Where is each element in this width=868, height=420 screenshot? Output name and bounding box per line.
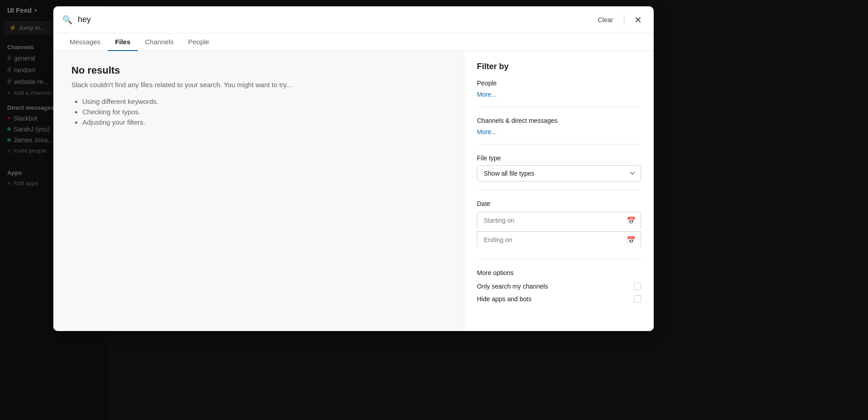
modal-overlay: 🔍 Clear ✕ Messages Files Channels People… <box>0 0 868 420</box>
tab-people[interactable]: People <box>181 33 217 51</box>
ending-on-input[interactable] <box>477 231 641 248</box>
search-header: 🔍 Clear ✕ <box>53 6 654 33</box>
starting-on-input[interactable] <box>477 212 641 229</box>
hide-bots-row: Hide apps and bots <box>477 295 641 303</box>
my-channels-label: Only search my channels <box>477 283 548 290</box>
search-tabs: Messages Files Channels People <box>53 33 654 51</box>
results-area: No results Slack couldn't find any files… <box>53 51 464 331</box>
my-channels-checkbox[interactable] <box>634 283 641 290</box>
no-results-subtitle: Slack couldn't find any files related to… <box>71 81 446 89</box>
date-filter-section: Date 📅 📅 <box>477 200 641 259</box>
file-type-filter-section: File type Show all file types Images Doc… <box>477 154 641 190</box>
more-options-label: More options <box>477 269 641 276</box>
people-more-link[interactable]: More... <box>477 91 497 98</box>
search-icon: 🔍 <box>62 15 72 25</box>
clear-button[interactable]: Clear <box>594 14 617 25</box>
channels-filter-section: Channels & direct messages More... <box>477 117 641 145</box>
ending-on-wrapper: 📅 <box>477 231 641 248</box>
filter-title: Filter by <box>477 62 641 71</box>
my-channels-row: Only search my channels <box>477 283 641 290</box>
suggestion-1: Using different keywords. <box>82 98 446 105</box>
filter-sidebar: Filter by People More... Channels & dire… <box>464 51 654 331</box>
suggestions-list: Using different keywords. Checking for t… <box>71 98 446 126</box>
suggestion-3: Adjusting your filters. <box>82 118 446 126</box>
file-type-select[interactable]: Show all file types Images Documents PDF… <box>477 165 641 182</box>
starting-on-wrapper: 📅 <box>477 212 641 229</box>
more-options-section: More options Only search my channels Hid… <box>477 269 641 316</box>
people-filter-label: People <box>477 79 641 87</box>
close-button[interactable]: ✕ <box>632 14 645 26</box>
people-filter-section: People More... <box>477 79 641 107</box>
header-divider <box>624 14 624 25</box>
channels-filter-label: Channels & direct messages <box>477 117 641 124</box>
hide-bots-label: Hide apps and bots <box>477 295 532 303</box>
no-results-title: No results <box>71 65 446 76</box>
search-modal: 🔍 Clear ✕ Messages Files Channels People… <box>53 6 654 331</box>
tab-files[interactable]: Files <box>108 33 137 51</box>
hide-bots-checkbox[interactable] <box>634 295 641 303</box>
suggestion-2: Checking for typos. <box>82 108 446 116</box>
tab-messages[interactable]: Messages <box>62 33 108 51</box>
tab-channels[interactable]: Channels <box>138 33 181 51</box>
search-input[interactable] <box>78 15 589 24</box>
date-label: Date <box>477 200 641 207</box>
search-body: No results Slack couldn't find any files… <box>53 51 654 331</box>
channels-more-link[interactable]: More... <box>477 128 497 135</box>
file-type-label: File type <box>477 154 641 162</box>
